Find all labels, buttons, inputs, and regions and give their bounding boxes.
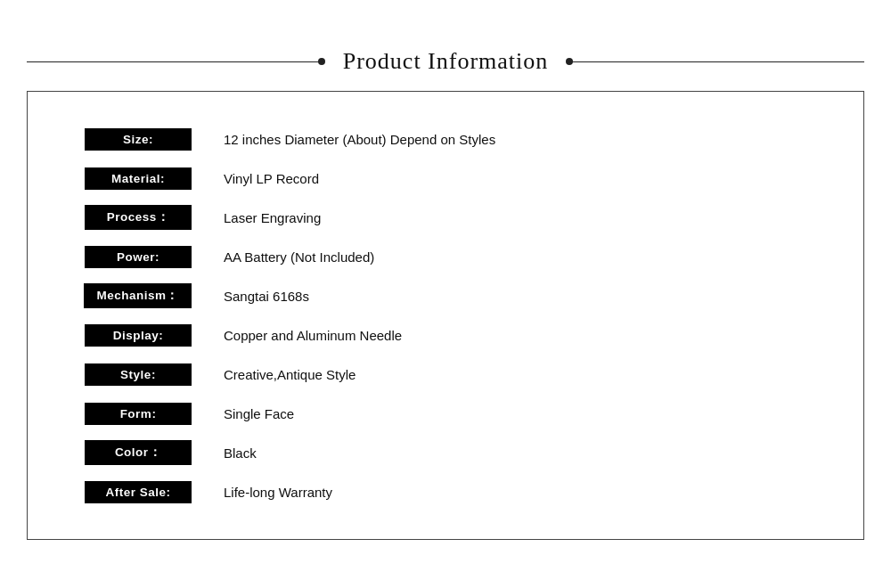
value-cell: Laser Engraving (206, 200, 828, 234)
table-row: Process：Laser Engraving (63, 200, 828, 234)
label-cell: Power: (63, 240, 206, 274)
info-box: Size:12 inches Diameter (About) Depend o… (27, 91, 864, 540)
label-badge: Process： (85, 205, 192, 230)
label-cell: Process： (63, 200, 206, 234)
label-cell: Size: (63, 122, 206, 156)
header-section: Product Information (27, 48, 864, 75)
table-row: Material:Vinyl LP Record (63, 161, 828, 195)
label-badge: Mechanism： (84, 283, 192, 308)
label-badge: Material: (85, 167, 192, 190)
page-title: Product Information (322, 48, 570, 75)
table-row: Display:Copper and Aluminum Needle (63, 318, 828, 352)
value-cell: Single Face (206, 396, 828, 430)
label-cell: Style: (63, 357, 206, 391)
label-badge: Display: (85, 324, 192, 347)
value-cell: Creative,Antique Style (206, 357, 828, 391)
value-cell: Vinyl LP Record (206, 161, 828, 195)
header-line-right (569, 61, 864, 62)
value-cell: Life-long Warranty (206, 475, 828, 509)
value-cell: Black (206, 436, 828, 470)
value-cell: Copper and Aluminum Needle (206, 318, 828, 352)
table-row: Size:12 inches Diameter (About) Depend o… (63, 122, 828, 156)
value-cell: AA Battery (Not Included) (206, 240, 828, 274)
table-row: Form:Single Face (63, 396, 828, 430)
info-table: Size:12 inches Diameter (About) Depend o… (63, 117, 828, 514)
page-wrapper: Product Information Size:12 inches Diame… (27, 48, 864, 540)
label-cell: Form: (63, 396, 206, 430)
table-row: Style:Creative,Antique Style (63, 357, 828, 391)
header-line-left (27, 61, 322, 62)
value-cell: Sangtai 6168s (206, 279, 828, 313)
label-cell: Display: (63, 318, 206, 352)
label-cell: Material: (63, 161, 206, 195)
table-row: Mechanism：Sangtai 6168s (63, 279, 828, 313)
label-badge: Size: (85, 128, 192, 151)
label-badge: After Sale: (85, 481, 192, 503)
label-badge: Style: (85, 363, 192, 386)
label-badge: Form: (85, 403, 192, 425)
label-badge: Color： (85, 440, 192, 465)
table-row: Power:AA Battery (Not Included) (63, 240, 828, 274)
value-cell: 12 inches Diameter (About) Depend on Sty… (206, 122, 828, 156)
label-cell: After Sale: (63, 475, 206, 509)
label-cell: Mechanism： (63, 279, 206, 313)
label-badge: Power: (85, 246, 192, 268)
label-cell: Color： (63, 436, 206, 470)
table-row: Color：Black (63, 436, 828, 470)
table-row: After Sale:Life-long Warranty (63, 475, 828, 509)
